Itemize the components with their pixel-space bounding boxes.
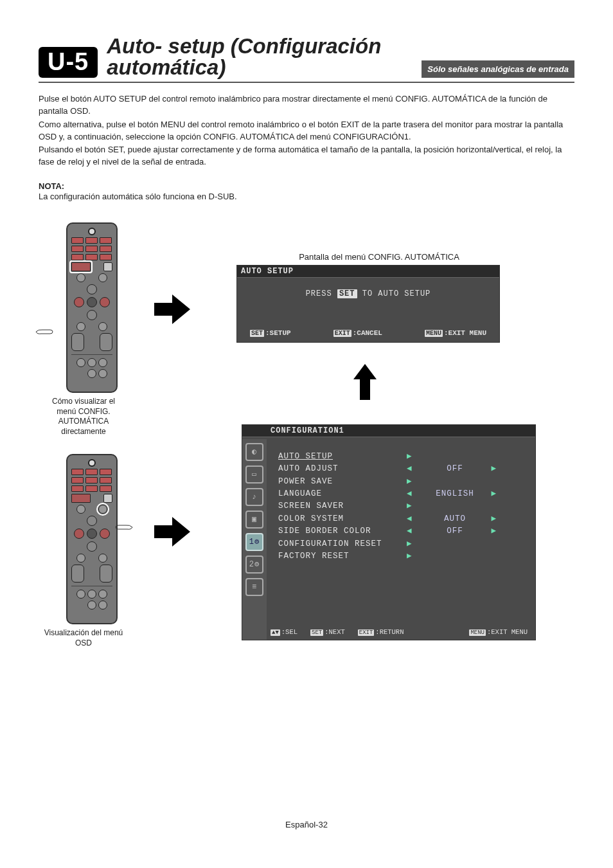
brightness-icon: ◐: [245, 443, 263, 461]
osd-config-menu: AUTO SETUP▶AUTO ADJUST◀OFF▶POWER SAVE▶LA…: [267, 439, 535, 640]
nota-label: NOTA:: [39, 181, 574, 191]
remote-control-illustration: [66, 222, 118, 393]
page-number: Español-32: [0, 820, 613, 829]
header-row: U-5 Auto- setup (Configuración automátic…: [39, 35, 574, 78]
page-title: Auto- setup (Configuración automática): [107, 35, 422, 78]
menu-item: POWER SAVE▶: [278, 476, 524, 488]
hand-icon: [114, 520, 134, 534]
osd-config-sidebar: ◐ ▭ ♪ ▣ 1⚙ 2⚙ ≡: [242, 439, 267, 640]
osd-auto-footer: SET:SETUP EXIT:CANCEL MENU:EXIT MENU: [237, 329, 499, 342]
osd-auto-setup-panel: AUTO SETUP PRESS SET TO AUTO SETUP SET:S…: [236, 265, 500, 343]
nota-text: La configuración automática sólo funcion…: [39, 191, 574, 203]
subtitle-badge: Sólo señales analógicas de entrada: [422, 60, 574, 78]
osd-auto-caption: Pantalla del menú CONFIG. AUTOMÁTICA: [270, 252, 488, 262]
paragraph-2: Como alternativa, pulse el botón MENU de…: [39, 119, 574, 143]
hand-icon: [35, 324, 54, 339]
config2-icon: 2⚙: [245, 556, 263, 574]
osd-config-titlebar: CONFIGURATION1: [242, 425, 535, 437]
remote-1-block: Cómo visualizar el menú CONFIG. AUTOMÁTI…: [58, 222, 125, 437]
menu-item: AUTO SETUP▶: [278, 451, 524, 463]
osd-auto-message: PRESS SET TO AUTO SETUP: [250, 289, 486, 298]
config1-icon: 1⚙: [245, 533, 263, 551]
paragraph-3: Pulsando el botón SET, puede ajustar cor…: [39, 144, 574, 168]
paragraph-1: Pulse el botón AUTO SETUP del control re…: [39, 93, 574, 118]
audio-icon: ♪: [245, 488, 263, 506]
menu-item: SCREEN SAVER▶: [278, 500, 524, 512]
section-tag: U-5: [39, 47, 98, 78]
divider: [39, 82, 574, 83]
osd-auto-titlebar: AUTO SETUP: [237, 266, 499, 278]
screen-icon: ▭: [245, 466, 263, 484]
arrow-right-icon: [154, 293, 190, 328]
remote-1-caption: Cómo visualizar el menú CONFIG. AUTOMÁTI…: [42, 397, 125, 437]
menu-item: AUTO ADJUST◀OFF▶: [278, 463, 524, 475]
remote-2-caption: Visualización del menú OSD: [42, 628, 125, 648]
osd-configuration1-panel: CONFIGURATION1 ◐ ▭ ♪ ▣ 1⚙ 2⚙ ≡ AUTO SETU…: [242, 424, 536, 640]
menu-item: FACTORY RESET▶: [278, 550, 524, 563]
pip-icon: ▣: [245, 511, 263, 529]
menu-item: LANGUAGE◀ENGLISH▶: [278, 488, 524, 500]
advanced-icon: ≡: [245, 578, 263, 596]
menu-item: CONFIGURATION RESET▶: [278, 538, 524, 550]
menu-item: COLOR SYSTEM◀AUTO▶: [278, 513, 524, 525]
arrow-up-icon: [353, 364, 377, 402]
arrow-right-icon: [154, 516, 190, 550]
figure-area: Cómo visualizar el menú CONFIG. AUTOMÁTI…: [39, 222, 574, 673]
menu-item: SIDE BORDER COLOR◀OFF▶: [278, 525, 524, 538]
remote-control-illustration: [66, 454, 118, 624]
osd-config-footer: ▲▼:SEL SET:NEXT EXIT:RETURN MENU:EXIT ME…: [271, 628, 528, 636]
remote-2-block: Visualización del menú OSD: [58, 454, 125, 648]
